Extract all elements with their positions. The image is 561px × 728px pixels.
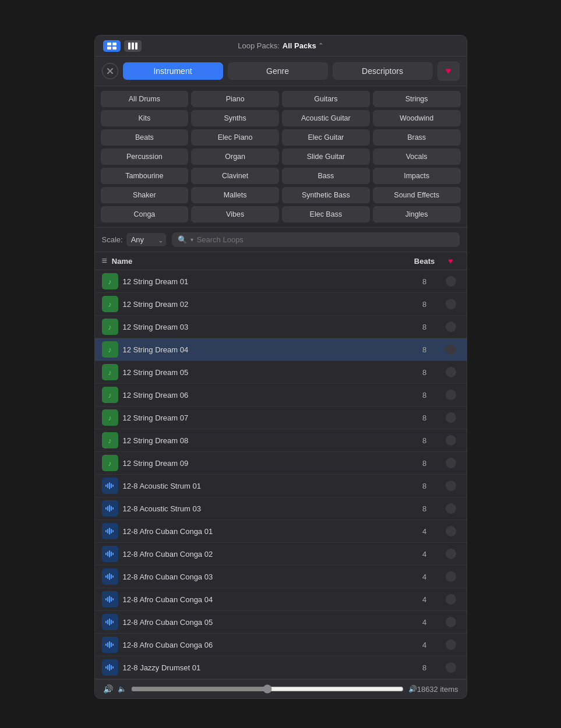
track-row[interactable]: 12-8 Afro Cuban Conga 044 bbox=[95, 588, 467, 611]
track-favorite[interactable] bbox=[442, 662, 460, 673]
track-favorite[interactable] bbox=[442, 321, 460, 332]
track-favorite[interactable] bbox=[442, 276, 460, 287]
track-row[interactable]: 12-8 Acoustic Strum 038 bbox=[95, 497, 467, 520]
track-row[interactable]: ♪12 String Dream 038 bbox=[95, 316, 467, 338]
search-input[interactable] bbox=[197, 235, 454, 244]
track-row[interactable]: ♪12 String Dream 058 bbox=[95, 361, 467, 384]
track-favorite[interactable] bbox=[442, 435, 460, 446]
track-row[interactable]: ♪12 String Dream 048 bbox=[95, 338, 467, 361]
fav-circle bbox=[446, 526, 456, 536]
vol-high-icon: 🔊 bbox=[408, 685, 417, 693]
instrument-btn-kits[interactable]: Kits bbox=[101, 110, 189, 126]
instrument-btn-guitars[interactable]: Guitars bbox=[282, 91, 370, 107]
track-favorite[interactable] bbox=[442, 412, 460, 423]
scale-select[interactable]: Any Major Minor Neither bbox=[126, 233, 166, 246]
track-favorite[interactable] bbox=[442, 458, 460, 468]
instrument-btn-jingles[interactable]: Jingles bbox=[373, 206, 461, 222]
instrument-btn-piano[interactable]: Piano bbox=[191, 91, 279, 107]
track-favorite[interactable] bbox=[442, 639, 460, 650]
instrument-filter-btn[interactable]: Instrument bbox=[123, 62, 223, 80]
fav-circle bbox=[446, 299, 456, 309]
track-icon bbox=[102, 546, 118, 562]
instrument-btn-synthetic-bass[interactable]: Synthetic Bass bbox=[282, 187, 370, 203]
track-icon bbox=[102, 637, 118, 653]
favorites-filter-btn[interactable]: ♥ bbox=[437, 61, 460, 81]
svg-rect-39 bbox=[105, 621, 107, 623]
track-favorite[interactable] bbox=[442, 367, 460, 377]
track-favorite[interactable] bbox=[442, 299, 460, 309]
track-favorite[interactable] bbox=[442, 480, 460, 491]
track-favorite[interactable] bbox=[442, 390, 460, 400]
instrument-btn-elec-piano[interactable]: Elec Piano bbox=[191, 129, 279, 146]
track-row[interactable]: 12-8 Jazzy Drumset 018 bbox=[95, 656, 467, 679]
instrument-btn-elec-bass[interactable]: Elec Bass bbox=[282, 206, 370, 222]
track-favorite[interactable] bbox=[442, 594, 460, 605]
track-row[interactable]: 12-8 Afro Cuban Conga 064 bbox=[95, 634, 467, 656]
descriptors-filter-btn[interactable]: Descriptors bbox=[333, 62, 433, 80]
fav-circle bbox=[446, 549, 456, 559]
svg-rect-10 bbox=[107, 483, 108, 488]
instrument-btn-acoustic-guitar[interactable]: Acoustic Guitar bbox=[282, 110, 370, 126]
track-row[interactable]: ♪12 String Dream 018 bbox=[95, 270, 467, 293]
track-favorite[interactable] bbox=[442, 571, 460, 582]
track-favorite[interactable] bbox=[442, 344, 460, 355]
instrument-btn-vocals[interactable]: Vocals bbox=[373, 149, 461, 165]
col-beats-header[interactable]: Beats bbox=[407, 257, 442, 266]
svg-rect-27 bbox=[111, 552, 112, 556]
track-name: 12 String Dream 05 bbox=[123, 368, 407, 377]
search-dropdown-arrow[interactable]: ▾ bbox=[190, 236, 193, 243]
instrument-btn-slide-guitar[interactable]: Slide Guitar bbox=[282, 149, 370, 165]
instrument-btn-elec-guitar[interactable]: Elec Guitar bbox=[282, 129, 370, 146]
column-view-btn[interactable] bbox=[124, 40, 142, 52]
svg-rect-4 bbox=[128, 43, 130, 50]
track-name: 12-8 Afro Cuban Conga 02 bbox=[123, 550, 407, 559]
track-row[interactable]: 12-8 Afro Cuban Conga 014 bbox=[95, 520, 467, 543]
loop-browser-panel: Loop Packs: All Packs ⌃ Instrument Genre… bbox=[94, 35, 467, 699]
volume-slider[interactable] bbox=[131, 684, 404, 694]
track-favorite[interactable] bbox=[442, 503, 460, 514]
instrument-btn-beats[interactable]: Beats bbox=[101, 129, 189, 146]
track-name: 12-8 Afro Cuban Conga 03 bbox=[123, 572, 407, 581]
svg-rect-17 bbox=[111, 506, 112, 511]
instrument-btn-conga[interactable]: Conga bbox=[101, 206, 189, 222]
instrument-btn-shaker[interactable]: Shaker bbox=[101, 187, 189, 203]
instrument-btn-bass[interactable]: Bass bbox=[282, 168, 370, 184]
instrument-btn-synths[interactable]: Synths bbox=[191, 110, 279, 126]
instrument-btn-vibes[interactable]: Vibes bbox=[191, 206, 279, 222]
track-row[interactable]: ♪12 String Dream 078 bbox=[95, 407, 467, 429]
loop-view-btn[interactable] bbox=[103, 40, 121, 52]
instrument-btn-clavinet[interactable]: Clavinet bbox=[191, 168, 279, 184]
instrument-btn-percussion[interactable]: Percussion bbox=[101, 149, 189, 165]
svg-rect-24 bbox=[105, 553, 107, 555]
instrument-btn-brass[interactable]: Brass bbox=[373, 129, 461, 146]
table-header: ≡ Name Beats ♥ bbox=[95, 252, 467, 270]
fav-circle bbox=[446, 276, 456, 287]
track-row[interactable]: ♪12 String Dream 088 bbox=[95, 429, 467, 452]
instrument-btn-sound-effects[interactable]: Sound Effects bbox=[373, 187, 461, 203]
track-row[interactable]: 12-8 Acoustic Strum 018 bbox=[95, 475, 467, 497]
genre-filter-btn[interactable]: Genre bbox=[228, 62, 328, 80]
instrument-btn-all-drums[interactable]: All Drums bbox=[101, 91, 189, 107]
track-row[interactable]: 12-8 Afro Cuban Conga 034 bbox=[95, 566, 467, 588]
svg-rect-45 bbox=[107, 642, 108, 647]
instrument-btn-woodwind[interactable]: Woodwind bbox=[373, 110, 461, 126]
instrument-btn-tambourine[interactable]: Tambourine bbox=[101, 168, 189, 184]
track-row[interactable]: ♪12 String Dream 068 bbox=[95, 384, 467, 407]
track-row[interactable]: ♪12 String Dream 098 bbox=[95, 452, 467, 475]
instrument-btn-impacts[interactable]: Impacts bbox=[373, 168, 461, 184]
instrument-btn-organ[interactable]: Organ bbox=[191, 149, 279, 165]
track-row[interactable]: 12-8 Afro Cuban Conga 024 bbox=[95, 543, 467, 566]
track-row[interactable]: ♪12 String Dream 028 bbox=[95, 293, 467, 316]
filter-bar: Instrument Genre Descriptors ♥ bbox=[95, 56, 467, 86]
col-name-header[interactable]: Name bbox=[112, 257, 407, 266]
filter-clear-btn[interactable] bbox=[102, 63, 118, 79]
track-favorite[interactable] bbox=[442, 617, 460, 627]
instrument-btn-strings[interactable]: Strings bbox=[373, 91, 461, 107]
instrument-btn-mallets[interactable]: Mallets bbox=[191, 187, 279, 203]
track-favorite[interactable] bbox=[442, 526, 460, 536]
track-favorite[interactable] bbox=[442, 549, 460, 559]
track-row[interactable]: 12-8 Afro Cuban Conga 054 bbox=[95, 611, 467, 634]
track-beats: 8 bbox=[407, 504, 442, 513]
search-bar: Scale: Any Major Minor Neither 🔍 ▾ bbox=[95, 228, 467, 252]
track-beats: 8 bbox=[407, 277, 442, 286]
